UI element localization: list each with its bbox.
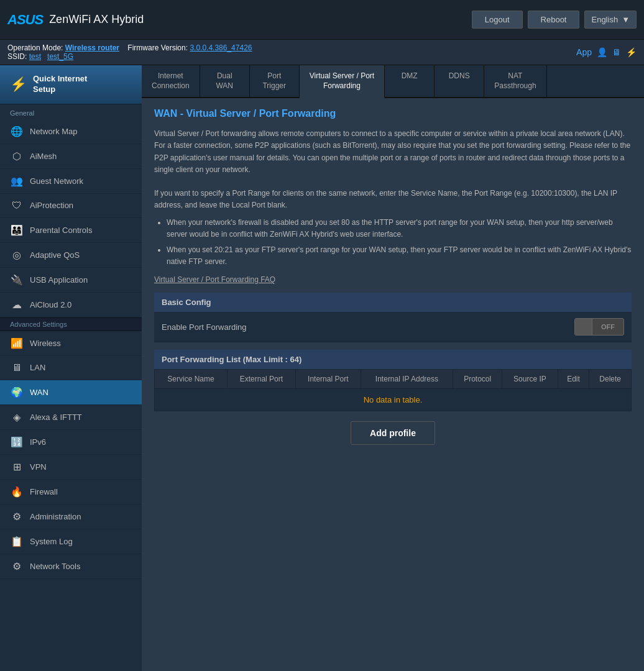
tab-dmz-label: DMZ bbox=[395, 71, 424, 81]
tab-dual-wan-label: DualWAN bbox=[210, 71, 239, 91]
col-edit: Edit bbox=[558, 370, 589, 389]
ssid-2g[interactable]: test bbox=[29, 52, 41, 61]
sidebar-item-wireless[interactable]: 📶 Wireless bbox=[0, 331, 142, 356]
nav-label-parental-controls: Parental Controls bbox=[30, 226, 92, 235]
table-head: Service Name External Port Internal Port… bbox=[155, 370, 632, 389]
sidebar-item-network-map[interactable]: 🌐 Network Map bbox=[0, 119, 142, 144]
nav-label-guest-network: Guest Network bbox=[30, 176, 83, 186]
sidebar-item-administration[interactable]: ⚙ Administration bbox=[0, 504, 142, 529]
info-bar: Operation Mode: Wireless router Firmware… bbox=[0, 40, 644, 65]
sidebar-item-usb-application[interactable]: 🔌 USB Application bbox=[0, 268, 142, 293]
log-icon: 📋 bbox=[10, 536, 24, 547]
firewall-icon: 🔥 bbox=[10, 486, 24, 498]
sidebar-item-guest-network[interactable]: 👥 Guest Network bbox=[0, 169, 142, 194]
faq-link[interactable]: Virtual Server / Port Forwarding FAQ bbox=[154, 275, 632, 284]
person-icon[interactable]: 👤 bbox=[597, 47, 607, 57]
sidebar-item-aiprotection[interactable]: 🛡 AiProtection bbox=[0, 194, 142, 218]
ssid-5g[interactable]: test_5G bbox=[47, 52, 73, 61]
nav-label-lan: LAN bbox=[30, 363, 45, 372]
tab-ddns[interactable]: DDNS bbox=[435, 65, 484, 97]
device-name: ZenWiFi AX Hybrid bbox=[49, 13, 144, 26]
reboot-button[interactable]: Reboot bbox=[528, 11, 580, 29]
nav-label-administration: Administration bbox=[30, 512, 81, 521]
nav-label-aicloud: AiCloud 2.0 bbox=[30, 300, 71, 309]
page-title: WAN - Virtual Server / Port Forwarding bbox=[154, 108, 632, 119]
admin-icon: ⚙ bbox=[10, 511, 24, 523]
sidebar-item-wan[interactable]: 🌍 WAN bbox=[0, 380, 142, 405]
shield-icon: 🛡 bbox=[10, 200, 24, 211]
info-icons: App 👤 🖥 ⚡ bbox=[576, 47, 637, 57]
table-header: Port Forwarding List (Max Limit : 64) bbox=[154, 350, 632, 369]
sidebar-item-firewall[interactable]: 🔥 Firewall bbox=[0, 480, 142, 504]
sidebar: ⚡ Quick InternetSetup General 🌐 Network … bbox=[0, 65, 142, 671]
sidebar-item-aimesh[interactable]: ⬡ AiMesh bbox=[0, 144, 142, 169]
tab-nat-passthrough[interactable]: NATPassthrough bbox=[484, 65, 546, 97]
tab-internet-connection[interactable]: InternetConnection bbox=[142, 65, 200, 97]
quick-setup-button[interactable]: ⚡ Quick InternetSetup bbox=[0, 65, 142, 104]
quick-setup-label: Quick InternetSetup bbox=[33, 74, 87, 95]
nav-label-wireless: Wireless bbox=[30, 339, 61, 348]
sidebar-item-network-tools[interactable]: ⚙ Network Tools bbox=[0, 554, 142, 579]
nav-label-firewall: Firewall bbox=[30, 487, 58, 496]
logo-area: ASUS ZenWiFi AX Hybrid bbox=[7, 12, 472, 28]
content-area: InternetConnection DualWAN PortTrigger V… bbox=[142, 65, 644, 671]
tab-ddns-label: DDNS bbox=[444, 71, 474, 81]
sidebar-item-alexa[interactable]: ◈ Alexa & IFTTT bbox=[0, 405, 142, 430]
sidebar-item-parental-controls[interactable]: 👨‍👩‍👧 Parental Controls bbox=[0, 218, 142, 243]
usb-icon[interactable]: ⚡ bbox=[626, 47, 637, 57]
toggle-state-label: OFF bbox=[592, 323, 623, 331]
col-internal-ip: Internal IP Address bbox=[361, 370, 453, 389]
firmware-label: Firmware Version: bbox=[127, 43, 188, 52]
usb-app-icon: 🔌 bbox=[10, 274, 24, 286]
sidebar-item-ipv6[interactable]: 🔢 IPv6 bbox=[0, 430, 142, 455]
col-external-port: External Port bbox=[228, 370, 296, 389]
nav-label-usb-application: USB Application bbox=[30, 275, 88, 285]
col-service-name: Service Name bbox=[155, 370, 228, 389]
cloud-icon: ☁ bbox=[10, 299, 24, 311]
ssid-label: SSID: bbox=[7, 52, 27, 61]
port-forwarding-table-section: Port Forwarding List (Max Limit : 64) Se… bbox=[154, 350, 632, 411]
alexa-icon: ◈ bbox=[10, 411, 24, 423]
port-forwarding-toggle[interactable]: OFF bbox=[574, 318, 624, 336]
page-content: WAN - Virtual Server / Port Forwarding V… bbox=[142, 98, 644, 465]
no-data-cell: No data in table. bbox=[155, 389, 632, 411]
no-data-row: No data in table. bbox=[155, 389, 632, 411]
tab-virtual-server[interactable]: Virtual Server / PortForwarding bbox=[300, 65, 385, 98]
language-select[interactable]: English ▼ bbox=[584, 11, 637, 29]
enable-port-forwarding-row: Enable Port Forwarding OFF bbox=[154, 312, 632, 342]
tab-dual-wan[interactable]: DualWAN bbox=[200, 65, 250, 97]
description-bullets: When your network's firewall is disabled… bbox=[167, 217, 632, 268]
sidebar-item-aicloud[interactable]: ☁ AiCloud 2.0 bbox=[0, 293, 142, 317]
sidebar-item-system-log[interactable]: 📋 System Log bbox=[0, 529, 142, 554]
port-forwarding-table: Service Name External Port Internal Port… bbox=[154, 369, 632, 411]
nav-label-ipv6: IPv6 bbox=[30, 437, 46, 447]
tab-dmz[interactable]: DMZ bbox=[385, 65, 435, 97]
logout-button[interactable]: Logout bbox=[472, 11, 523, 29]
wireless-icon: 📶 bbox=[10, 337, 24, 349]
operation-mode-value[interactable]: Wireless router bbox=[65, 43, 119, 52]
header: ASUS ZenWiFi AX Hybrid Logout Reboot Eng… bbox=[0, 0, 644, 40]
app-label: App bbox=[576, 47, 592, 57]
firmware-value[interactable]: 3.0.0.4.386_47426 bbox=[190, 43, 252, 52]
description-p2: If you want to specify a Port Range for … bbox=[154, 189, 617, 209]
nav-label-aiprotection: AiProtection bbox=[30, 201, 73, 210]
table-header-row: Service Name External Port Internal Port… bbox=[155, 370, 632, 389]
sidebar-item-lan[interactable]: 🖥 LAN bbox=[0, 356, 142, 380]
nav-label-network-tools: Network Tools bbox=[30, 562, 80, 571]
col-internal-port: Internal Port bbox=[295, 370, 361, 389]
nav-label-system-log: System Log bbox=[30, 537, 73, 546]
tab-port-trigger[interactable]: PortTrigger bbox=[250, 65, 300, 97]
table-body: No data in table. bbox=[155, 389, 632, 411]
add-profile-button[interactable]: Add profile bbox=[351, 421, 435, 445]
operation-mode-label: Operation Mode: bbox=[7, 43, 63, 52]
chevron-down-icon: ▼ bbox=[622, 15, 630, 24]
sidebar-item-adaptive-qos[interactable]: ◎ Adaptive QoS bbox=[0, 243, 142, 268]
sidebar-item-vpn[interactable]: ⊞ VPN bbox=[0, 455, 142, 480]
enable-port-forwarding-label: Enable Port Forwarding bbox=[162, 322, 574, 332]
nav-label-alexa: Alexa & IFTTT bbox=[30, 413, 82, 422]
tab-nat-passthrough-label: NATPassthrough bbox=[494, 71, 536, 91]
bullet-1: When your network's firewall is disabled… bbox=[167, 217, 632, 240]
monitor-icon[interactable]: 🖥 bbox=[612, 47, 621, 57]
asus-logo: ASUS bbox=[7, 12, 43, 28]
wan-icon: 🌍 bbox=[10, 386, 24, 398]
